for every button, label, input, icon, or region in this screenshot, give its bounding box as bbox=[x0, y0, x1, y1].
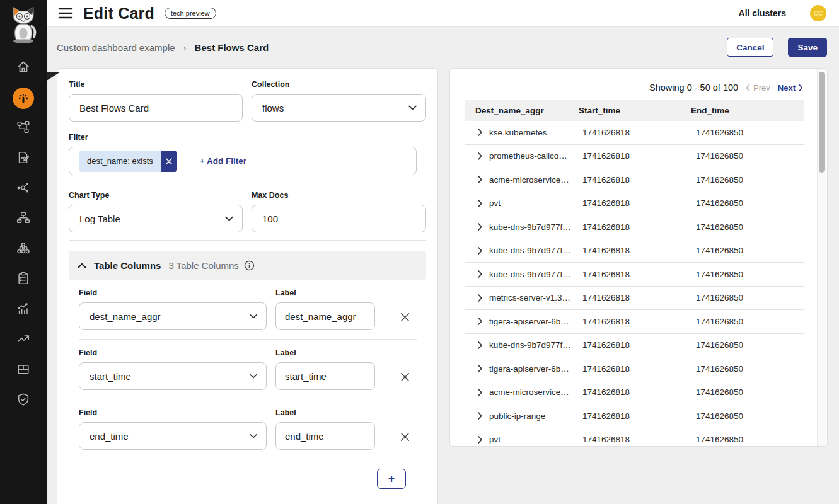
expand-row-icon[interactable] bbox=[478, 176, 482, 183]
cluster-honeycomb-icon bbox=[16, 241, 30, 258]
field-label: Field bbox=[79, 348, 267, 357]
field-value: dest_name_aggr bbox=[90, 311, 161, 322]
expand-row-icon[interactable] bbox=[478, 436, 482, 444]
sidebar-item-flow-logs[interactable] bbox=[8, 295, 38, 325]
subheader: Custom dashboard example › Best Flows Ca… bbox=[47, 35, 839, 60]
label-label: Label bbox=[275, 348, 375, 357]
table-row[interactable]: pvt17416268181741626850 bbox=[465, 192, 804, 216]
divider bbox=[79, 339, 417, 340]
scrollbar-thumb[interactable] bbox=[819, 72, 825, 173]
expand-row-icon[interactable] bbox=[478, 223, 482, 231]
cell-end-time: 1741626850 bbox=[691, 364, 804, 374]
sidebar-item-security[interactable] bbox=[8, 386, 38, 416]
title-input[interactable] bbox=[69, 94, 243, 122]
table-row[interactable]: kube-dns-9b7d977f…17416268181741626850 bbox=[465, 215, 804, 239]
table-row[interactable]: tigera-apiserver-6b…17416268181741626850 bbox=[465, 310, 804, 334]
prev-page-button[interactable]: Prev bbox=[746, 83, 770, 93]
table-row[interactable]: kube-dns-9b7d977f…17416268181741626850 bbox=[465, 263, 804, 287]
table-row[interactable]: pvt17416268181741626850 bbox=[465, 428, 804, 447]
cell-dest-name: pvt bbox=[489, 198, 501, 208]
table-row[interactable]: metrics-server-v1.3…17416268181741626850 bbox=[465, 287, 804, 311]
cell-start-time: 1741626818 bbox=[579, 151, 691, 161]
expand-row-icon[interactable] bbox=[478, 200, 482, 207]
filter-box[interactable]: dest_name: exists + Add Filter bbox=[69, 147, 417, 175]
breadcrumb-parent[interactable]: Custom dashboard example bbox=[57, 42, 175, 53]
expand-row-icon[interactable] bbox=[478, 389, 482, 396]
filter-chip-remove-button[interactable] bbox=[161, 151, 177, 172]
sidebar-item-policies[interactable] bbox=[8, 144, 38, 174]
filter-chip: dest_name: exists bbox=[79, 151, 177, 172]
cell-start-time: 1741626818 bbox=[579, 387, 691, 397]
sidebar-item-threat-trends[interactable] bbox=[8, 325, 38, 355]
table-row[interactable]: acme-microservice…17416268181741626850 bbox=[465, 168, 804, 192]
remove-column-button[interactable] bbox=[400, 312, 410, 323]
field-select[interactable]: dest_name_aggr bbox=[79, 302, 267, 330]
expand-row-icon[interactable] bbox=[478, 365, 482, 372]
next-label: Next bbox=[778, 83, 796, 93]
next-page-button[interactable]: Next bbox=[778, 83, 803, 93]
sidebar-item-image-assurance[interactable] bbox=[8, 355, 38, 386]
expand-row-icon[interactable] bbox=[478, 270, 482, 278]
column-header: End_time bbox=[691, 106, 804, 115]
table-columns-section-header[interactable]: Table Columns 3 Table Columns bbox=[69, 251, 426, 280]
cell-end-time: 1741626850 bbox=[691, 198, 804, 208]
scrollbar-track[interactable] bbox=[817, 69, 826, 446]
remove-column-button[interactable] bbox=[400, 432, 410, 442]
add-column-button[interactable]: + bbox=[377, 469, 406, 489]
table-row[interactable]: public-ip-range17416268181741626850 bbox=[465, 404, 804, 428]
table-row[interactable]: kse.kubernetes17416268181741626850 bbox=[465, 121, 804, 145]
cluster-selector[interactable]: All clusters bbox=[739, 8, 786, 18]
column-row: Field end_time Label bbox=[79, 408, 417, 450]
sidebar-nav bbox=[8, 53, 38, 416]
field-select[interactable]: end_time bbox=[79, 422, 267, 450]
expand-row-icon[interactable] bbox=[478, 129, 482, 136]
expand-row-icon[interactable] bbox=[478, 412, 482, 420]
sidebar-item-clusters[interactable] bbox=[8, 234, 38, 265]
max-docs-label: Max Docs bbox=[252, 191, 426, 200]
table-row[interactable]: prometheus-calico…17416268181741626850 bbox=[465, 145, 804, 169]
table-row[interactable]: kube-dns-9b7d977f…17416268181741626850 bbox=[465, 239, 804, 263]
sidebar-item-home[interactable] bbox=[8, 53, 38, 83]
cell-end-time: 1741626850 bbox=[691, 293, 804, 302]
dashboard-gauge-icon bbox=[13, 88, 34, 109]
sidebar-item-endpoints[interactable] bbox=[8, 204, 38, 234]
expand-row-icon[interactable] bbox=[478, 152, 482, 160]
column-row: Field start_time Label bbox=[79, 348, 417, 390]
max-docs-input[interactable] bbox=[252, 205, 426, 232]
filter-label: Filter bbox=[69, 133, 426, 142]
info-icon[interactable] bbox=[244, 260, 255, 271]
chart-type-select[interactable]: Log Table bbox=[69, 205, 243, 232]
sidebar-item-compliance[interactable] bbox=[8, 265, 38, 295]
expand-row-icon[interactable] bbox=[478, 341, 482, 349]
column-label-input[interactable] bbox=[275, 422, 375, 450]
column-label-input[interactable] bbox=[275, 362, 375, 390]
table-row[interactable]: acme-microservice…17416268181741626850 bbox=[465, 381, 804, 405]
field-select[interactable]: start_time bbox=[79, 362, 267, 390]
chevron-down-icon bbox=[225, 216, 233, 221]
hamburger-menu-button[interactable] bbox=[57, 6, 74, 21]
sidebar-item-dashboards[interactable] bbox=[8, 83, 38, 113]
add-filter-button[interactable]: + Add Filter bbox=[200, 156, 246, 166]
expand-row-icon[interactable] bbox=[478, 294, 482, 302]
collection-select[interactable]: flows bbox=[252, 94, 426, 122]
close-icon bbox=[400, 312, 410, 323]
expand-row-icon[interactable] bbox=[478, 318, 482, 325]
sidebar-item-service-graph[interactable] bbox=[8, 174, 38, 204]
cell-start-time: 1741626818 bbox=[579, 411, 691, 421]
table-row[interactable]: kube-dns-9b7d977f…17416268181741626850 bbox=[465, 334, 804, 358]
cell-dest-name: prometheus-calico… bbox=[489, 151, 567, 161]
calico-cat-logo[interactable] bbox=[4, 4, 42, 45]
user-avatar[interactable]: CC bbox=[810, 5, 826, 21]
sidebar bbox=[0, 0, 47, 504]
sidebar-item-network-topology[interactable] bbox=[8, 113, 38, 144]
field-value: end_time bbox=[90, 431, 129, 442]
save-button[interactable]: Save bbox=[788, 38, 827, 57]
cell-end-time: 1741626850 bbox=[691, 222, 804, 232]
cell-dest-name: kube-dns-9b7d977f… bbox=[489, 340, 571, 350]
expand-row-icon[interactable] bbox=[478, 247, 482, 255]
sidebar-wedge-decoration bbox=[47, 72, 61, 89]
column-label-input[interactable] bbox=[275, 302, 375, 330]
remove-column-button[interactable] bbox=[400, 372, 410, 382]
table-row[interactable]: tigera-apiserver-6b…17416268181741626850 bbox=[465, 357, 804, 381]
cancel-button[interactable]: Cancel bbox=[727, 38, 773, 57]
